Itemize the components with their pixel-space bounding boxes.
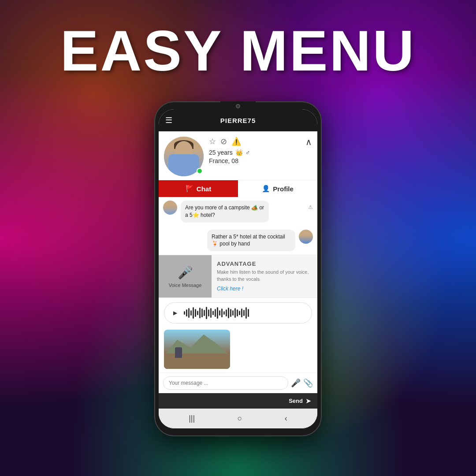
voice-message-label: Voice Message [169,283,202,288]
message-warning-icon: ⚠ [308,201,313,210]
chat-icon: 🚩 [186,185,194,193]
profile-info: ☆ ⊘ ⚠️ 25 years 👑 ♂️ France, 08 [204,137,312,164]
message-row-received: Are you more of a campsite 🏕️ or a 5⭐ ho… [159,197,317,226]
star-icon[interactable]: ☆ [209,137,216,146]
chevron-up-icon[interactable]: ∧ [305,137,312,147]
photo-figure [175,347,182,358]
phone-screen: ☰ PIERRE75 [159,109,317,428]
block-icon[interactable]: ⊘ [220,137,227,146]
avatar-container [164,137,204,176]
online-status-dot [197,168,203,174]
send-arrow-icon[interactable]: ➤ [305,397,311,405]
advantage-title: ADVANTAGE [217,260,312,267]
tab-profile[interactable]: 👤 Profile [238,180,317,197]
mic-input-icon[interactable]: 🎤 [291,378,301,388]
advantage-left: 🎤 Voice Message [159,255,212,298]
page-title: EASY MENU [0,18,476,84]
voice-player[interactable]: ▶ [164,302,312,324]
profile-icon-tab: 👤 [262,185,270,193]
crown-icon: 👑 [235,149,243,156]
advantage-banner: 🎤 Voice Message ADVANTAGE Make him liste… [159,255,317,298]
advantage-right: ADVANTAGE Make him listen to the sound o… [212,255,317,298]
hamburger-icon[interactable]: ☰ [165,115,172,125]
warning-icon[interactable]: ⚠️ [231,137,241,146]
message-input[interactable] [163,376,288,390]
send-row: Send ➤ [159,393,317,409]
play-button[interactable]: ▶ [170,308,180,318]
gender-icon: ♂️ [245,149,250,156]
chat-area: Are you more of a campsite 🏕️ or a 5⭐ ho… [159,197,317,372]
attachment-icon[interactable]: 📎 [303,378,313,388]
microphone-icon: 🎤 [178,265,193,280]
recent-apps-icon[interactable]: ||| [189,414,195,423]
top-bar: ☰ PIERRE75 [159,109,317,131]
back-icon[interactable]: ‹ [285,414,287,423]
profile-location: France, 08 [209,157,312,164]
bottom-nav: ||| ○ ‹ [159,409,317,428]
username-text: PIERRE75 [220,117,256,124]
avatar-body [168,154,199,176]
tab-row: 🚩 Chat 👤 Profile [159,180,317,197]
profile-section: ☆ ⊘ ⚠️ 25 years 👑 ♂️ France, 08 ∧ [159,131,317,180]
sender-avatar [163,201,177,215]
photo-mountain [164,330,230,356]
waveform [184,306,306,320]
send-label: Send [289,398,303,404]
phone-camera [236,104,240,108]
message-bubble-received: Are you more of a campsite 🏕️ or a 5⭐ ho… [181,201,269,223]
profile-age-row: 25 years 👑 ♂️ [209,149,312,156]
tab-chat[interactable]: 🚩 Chat [159,180,238,197]
message-row-sent: Rather a 5* hotel at the cocktail 🍹 pool… [159,226,317,255]
phone-notch [220,101,256,111]
tab-chat-label: Chat [197,185,211,193]
advantage-link[interactable]: Click here ! [217,286,243,292]
photo-message [164,330,230,369]
profile-icons-row: ☆ ⊘ ⚠️ [209,137,312,146]
my-avatar [299,230,313,244]
home-icon[interactable]: ○ [238,414,242,423]
top-bar-inner: ☰ PIERRE75 [165,115,311,125]
tab-profile-label: Profile [273,185,294,193]
phone-mockup: ☰ PIERRE75 [154,101,322,436]
phone-outer: ☰ PIERRE75 [154,101,322,436]
profile-age: 25 years [209,149,233,156]
advantage-description: Make him listen to the sound of your voi… [217,269,312,283]
message-bubble-sent: Rather a 5* hotel at the cocktail 🍹 pool… [207,230,295,252]
photo-ground [164,353,230,369]
message-input-row: 🎤 📎 [159,372,317,393]
